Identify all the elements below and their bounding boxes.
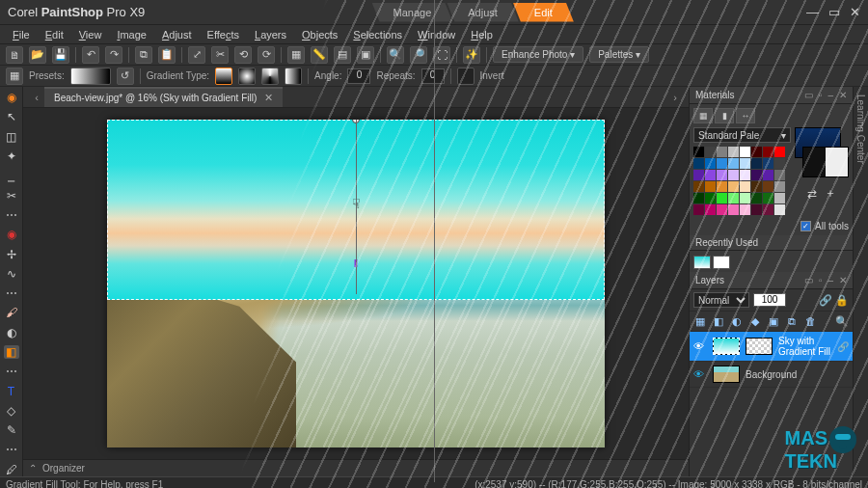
layer-thumb (713, 366, 740, 383)
layer-row[interactable]: 👁 Background (690, 362, 853, 388)
right-panels: Materials ▭ ▫ – ✕ ▦ ▮ ↔ Standard Pale▾ (689, 87, 853, 476)
main-area: ◉ ↖ ◫ ✦ ⎯ ✂ ⋯ ◉ ✢ ∿ ⋯ 🖌 ◐ ◧ ⋯ T ◇ ✎ ⋯ 🖊 … (0, 87, 868, 476)
